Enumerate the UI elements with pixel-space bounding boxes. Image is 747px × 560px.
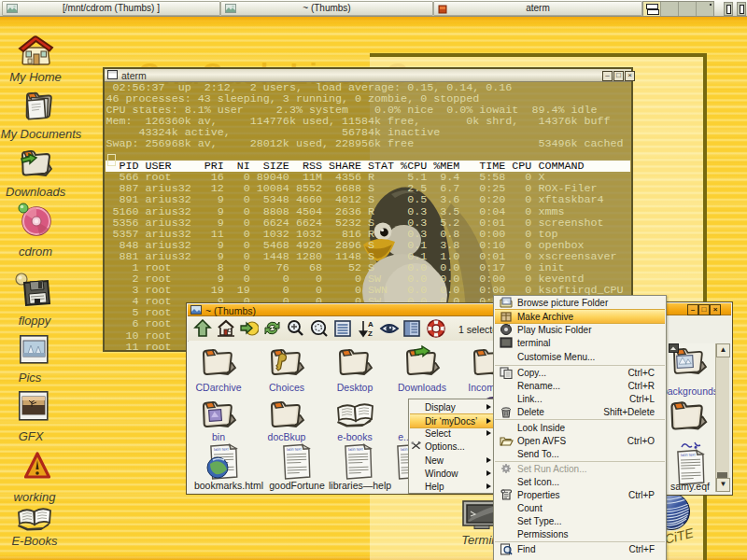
svg-text:latin text: latin text bbox=[287, 446, 303, 452]
svg-text:Z: Z bbox=[368, 329, 373, 338]
svg-text:latin text: latin text bbox=[348, 446, 364, 452]
svg-text:latin text: latin text bbox=[681, 452, 697, 457]
svg-text:latin text: latin text bbox=[214, 446, 230, 452]
svg-text:A: A bbox=[368, 320, 374, 329]
